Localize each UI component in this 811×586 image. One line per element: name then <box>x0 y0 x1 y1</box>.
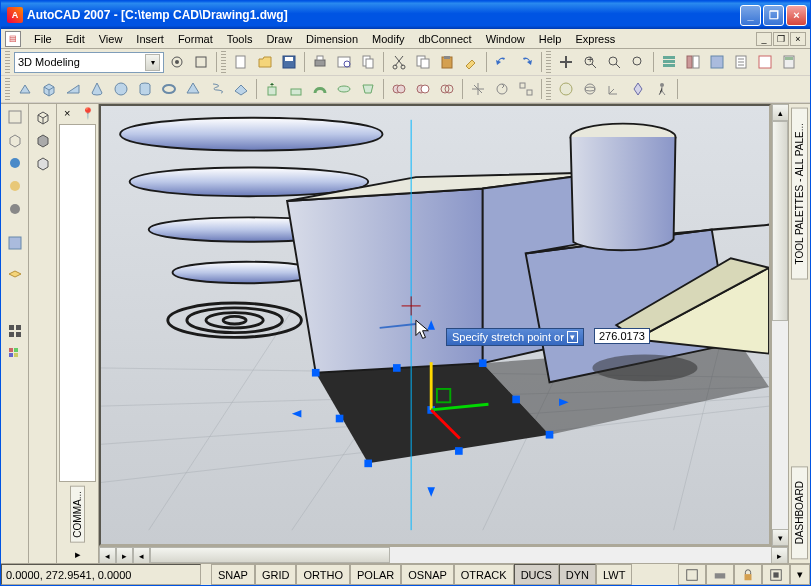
mdi-restore-button[interactable]: ❐ <box>773 32 789 46</box>
scroll-thumb-h[interactable] <box>150 547 390 563</box>
grid-toggle[interactable]: GRID <box>255 564 297 585</box>
dashboard-button[interactable] <box>4 320 26 342</box>
dropdown-icon[interactable]: ▾ <box>145 54 160 71</box>
tool-palettes-tab[interactable]: TOOL PALETTES - ALL PALE... <box>791 108 808 280</box>
menu-window[interactable]: Window <box>479 31 532 47</box>
scroll-up-button[interactable]: ▴ <box>772 104 789 121</box>
menu-dbconnect[interactable]: dbConnect <box>411 31 478 47</box>
wireframe-cube-icon[interactable] <box>32 106 54 128</box>
toolbar-grip[interactable] <box>546 51 551 73</box>
dashboard-tab[interactable]: DASHBOARD <box>791 466 808 559</box>
3d-wireframe-button[interactable] <box>4 129 26 151</box>
sweep-button[interactable] <box>309 78 331 100</box>
tool-palettes-button[interactable] <box>706 51 728 73</box>
shaded-cube-icon[interactable] <box>32 129 54 151</box>
3d-orbit-button[interactable] <box>579 78 601 100</box>
tab-prev-button[interactable]: ◂ <box>99 547 116 564</box>
redo-button[interactable] <box>515 51 537 73</box>
3d-rotate-button[interactable] <box>491 78 513 100</box>
publish-button[interactable] <box>357 51 379 73</box>
2d-wireframe-button[interactable] <box>4 106 26 128</box>
toolbar-grip[interactable] <box>5 78 10 100</box>
pyramid-button[interactable] <box>182 78 204 100</box>
status-lock-icon[interactable] <box>734 564 762 585</box>
horizontal-scrollbar[interactable]: ◂ ▸ ◂ ▸ <box>99 546 788 563</box>
lwt-toggle[interactable]: LWT <box>596 564 632 585</box>
menu-edit[interactable]: Edit <box>59 31 92 47</box>
menu-file[interactable]: File <box>27 31 59 47</box>
conceptual-button[interactable] <box>4 198 26 220</box>
extrude-button[interactable] <box>261 78 283 100</box>
intersect-button[interactable] <box>436 78 458 100</box>
layer-button[interactable] <box>4 266 26 288</box>
cylinder-button[interactable] <box>134 78 156 100</box>
match-properties-button[interactable] <box>460 51 482 73</box>
wedge-button[interactable] <box>62 78 84 100</box>
workspace-combo[interactable]: 3D Modeling ▾ <box>14 52 164 73</box>
ducs-toggle[interactable]: DUCS <box>514 564 559 585</box>
status-annotation-icon[interactable] <box>678 564 706 585</box>
edge-cube-icon[interactable] <box>32 152 54 174</box>
menu-tools[interactable]: Tools <box>220 31 260 47</box>
expand-icon[interactable]: ▸ <box>75 548 81 561</box>
zoom-realtime-button[interactable]: + <box>579 51 601 73</box>
undo-button[interactable] <box>491 51 513 73</box>
walk-button[interactable] <box>651 78 673 100</box>
box-button[interactable] <box>38 78 60 100</box>
status-tray-icon[interactable] <box>706 564 734 585</box>
minimize-button[interactable]: _ <box>740 5 761 26</box>
markup-button[interactable] <box>754 51 776 73</box>
scroll-left-button[interactable]: ◂ <box>133 547 150 564</box>
union-button[interactable] <box>388 78 410 100</box>
design-center-button[interactable] <box>682 51 704 73</box>
properties-button[interactable] <box>658 51 680 73</box>
scroll-right-button[interactable]: ▸ <box>771 547 788 564</box>
workspace-lock-button[interactable] <box>190 51 212 73</box>
3d-navigation-button[interactable] <box>627 78 649 100</box>
planar-surface-button[interactable] <box>230 78 252 100</box>
new-button[interactable] <box>230 51 252 73</box>
osnap-toggle[interactable]: OSNAP <box>401 564 454 585</box>
tab-next-button[interactable]: ▸ <box>116 547 133 564</box>
menu-format[interactable]: Format <box>171 31 220 47</box>
sheet-set-button[interactable] <box>730 51 752 73</box>
copy-button[interactable] <box>412 51 434 73</box>
command-close-button[interactable]: × <box>57 104 78 122</box>
mdi-minimize-button[interactable]: _ <box>756 32 772 46</box>
visual-style-button[interactable] <box>555 78 577 100</box>
cone-button[interactable] <box>86 78 108 100</box>
menu-help[interactable]: Help <box>532 31 569 47</box>
quickcalc-button[interactable] <box>778 51 800 73</box>
loft-button[interactable] <box>357 78 379 100</box>
polar-toggle[interactable]: POLAR <box>350 564 401 585</box>
plot-preview-button[interactable] <box>333 51 355 73</box>
pan-button[interactable] <box>555 51 577 73</box>
scroll-down-button[interactable]: ▾ <box>772 529 789 546</box>
sphere-button[interactable] <box>110 78 132 100</box>
presspull-button[interactable] <box>285 78 307 100</box>
cut-button[interactable] <box>388 51 410 73</box>
helix-button[interactable] <box>206 78 228 100</box>
drawing-viewport[interactable]: Specify stretch point or ▾ 276.0173 <box>99 104 771 546</box>
ortho-toggle[interactable]: ORTHO <box>296 564 350 585</box>
mdi-close-button[interactable]: × <box>790 32 806 46</box>
vertical-scrollbar[interactable]: ▴ ▾ <box>771 104 788 546</box>
close-button[interactable]: × <box>786 5 807 26</box>
dynamic-input[interactable]: 276.0173 <box>594 328 650 344</box>
otrack-toggle[interactable]: OTRACK <box>454 564 514 585</box>
menu-view[interactable]: View <box>92 31 130 47</box>
menu-insert[interactable]: Insert <box>129 31 171 47</box>
scroll-thumb-v[interactable] <box>772 121 788 321</box>
command-body[interactable] <box>59 124 96 482</box>
open-button[interactable] <box>254 51 276 73</box>
manage-visual-styles-button[interactable] <box>4 232 26 254</box>
menu-draw[interactable]: Draw <box>259 31 299 47</box>
torus-button[interactable] <box>158 78 180 100</box>
materials-button[interactable] <box>4 343 26 365</box>
paste-button[interactable] <box>436 51 458 73</box>
status-tray-menu[interactable]: ▾ <box>790 564 810 585</box>
realistic-button[interactable] <box>4 175 26 197</box>
zoom-previous-button[interactable] <box>627 51 649 73</box>
3d-move-button[interactable] <box>467 78 489 100</box>
print-button[interactable] <box>309 51 331 73</box>
